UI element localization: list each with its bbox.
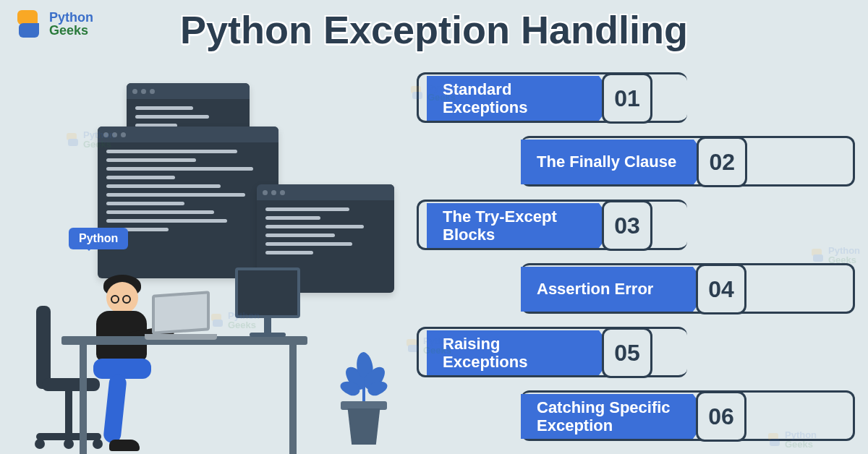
- plant-icon: [344, 408, 384, 445]
- topic-item: The Finally Clause02: [521, 136, 846, 188]
- topic-label: The Try-Except Blocks: [427, 203, 615, 248]
- topic-item: Raising Exceptions05: [427, 327, 846, 379]
- page-title: Python Exception Handling: [180, 7, 688, 52]
- topic-label: Standard Exceptions: [427, 76, 615, 121]
- monitor-icon: [235, 267, 300, 337]
- topic-label: Assertion Error: [521, 267, 709, 312]
- topic-item: The Try-Except Blocks03: [427, 200, 846, 252]
- brand-text: Python Geeks: [49, 11, 93, 37]
- brand-bottom: Geeks: [49, 24, 93, 37]
- topic-item: Catching Specific Exception06: [521, 390, 846, 442]
- topic-item: Assertion Error04: [521, 263, 846, 315]
- topic-item: Standard Exceptions01: [427, 72, 846, 124]
- code-window-main-icon: [98, 127, 278, 278]
- speech-bubble: Python: [69, 228, 128, 249]
- topic-number: 04: [696, 264, 746, 314]
- topic-number: 02: [697, 137, 747, 187]
- topic-number: 06: [696, 391, 746, 442]
- topic-label: Raising Exceptions: [427, 330, 615, 375]
- brand-logo: Python Geeks: [13, 9, 93, 39]
- laptop-icon: [152, 293, 217, 340]
- topic-number: 01: [602, 73, 652, 124]
- topic-number: 05: [602, 327, 652, 378]
- chair-icon: [36, 306, 51, 389]
- topic-label: The Finally Clause: [521, 140, 710, 184]
- developer-illustration: Python: [18, 83, 423, 445]
- brand-top: Python: [49, 11, 93, 24]
- topic-list: Standard Exceptions01The Finally Clause0…: [427, 72, 846, 454]
- topic-label: Catching Specific Exception: [521, 394, 709, 439]
- python-logo-icon: [13, 9, 43, 39]
- topic-number: 03: [602, 200, 652, 251]
